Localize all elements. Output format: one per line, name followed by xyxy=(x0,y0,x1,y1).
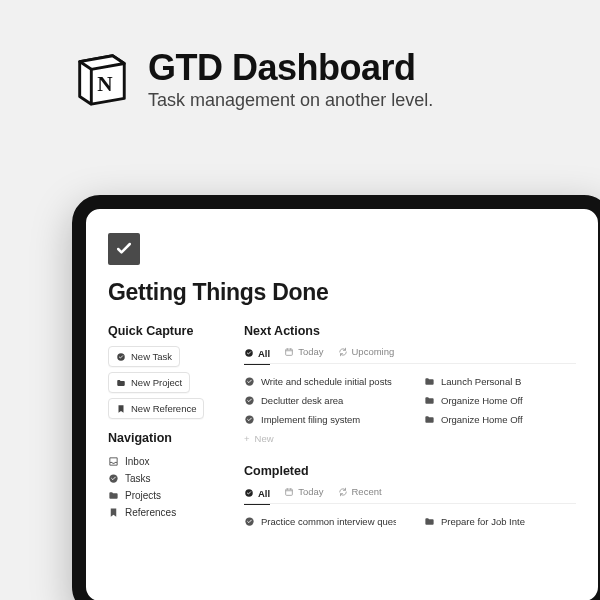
check-circle-icon xyxy=(244,348,254,358)
tab-label: Today xyxy=(298,486,323,497)
nav-label: Inbox xyxy=(125,456,149,467)
plus-icon: + xyxy=(244,433,250,444)
app-screen: Getting Things Done Quick Capture New Ta… xyxy=(86,209,598,531)
nav-item-references[interactable]: References xyxy=(108,504,218,521)
hero: N GTD Dashboard Task management on anoth… xyxy=(0,0,600,111)
refresh-icon xyxy=(338,347,348,357)
notion-logo-icon: N xyxy=(70,48,132,110)
check-circle-icon xyxy=(108,473,119,484)
check-circle-icon xyxy=(244,414,255,425)
completed-tab-all[interactable]: All xyxy=(244,486,270,505)
nav-label: Projects xyxy=(125,490,161,501)
task-label: Organize Home Off xyxy=(441,414,523,425)
next-actions-task-item[interactable]: Implement filing system xyxy=(244,410,396,429)
add-new-task[interactable]: + New xyxy=(244,429,576,448)
folder-icon xyxy=(424,395,435,406)
task-label: Declutter desk area xyxy=(261,395,343,406)
next-actions-task-item[interactable]: Organize Home Off xyxy=(424,410,576,429)
task-label: Organize Home Off xyxy=(441,395,523,406)
navigation-title: Navigation xyxy=(108,431,218,445)
hero-title: GTD Dashboard xyxy=(148,48,433,88)
next-actions-task-item[interactable]: Launch Personal B xyxy=(424,372,576,391)
inbox-icon xyxy=(108,456,119,467)
quick-capture-new-project[interactable]: New Project xyxy=(108,372,190,393)
folder-icon xyxy=(108,490,119,501)
calendar-icon xyxy=(284,347,294,357)
quick-capture-new-task[interactable]: New Task xyxy=(108,346,180,367)
next-actions-tab-all[interactable]: All xyxy=(244,346,270,365)
completed-tab-recent[interactable]: Recent xyxy=(338,486,382,500)
next-actions-task-item[interactable]: Declutter desk area xyxy=(244,391,396,410)
check-circle-icon xyxy=(244,395,255,406)
refresh-icon xyxy=(338,487,348,497)
task-label: Practice common interview questions xyxy=(261,516,396,527)
new-label: New xyxy=(255,433,274,444)
tab-label: Recent xyxy=(352,486,382,497)
tab-label: Upcoming xyxy=(352,346,395,357)
folder-icon xyxy=(424,414,435,425)
completed-task-item[interactable]: Practice common interview questions xyxy=(244,512,396,531)
next-actions-task-item[interactable]: Organize Home Off xyxy=(424,391,576,410)
task-label: Write and schedule initial posts xyxy=(261,376,392,387)
task-label: Implement filing system xyxy=(261,414,360,425)
folder-icon xyxy=(424,516,435,527)
nav-item-projects[interactable]: Projects xyxy=(108,487,218,504)
svg-rect-9 xyxy=(286,489,293,495)
next-actions-task-item[interactable]: Write and schedule initial posts xyxy=(244,372,396,391)
folder-icon xyxy=(116,378,126,388)
next-actions-tab-upcoming[interactable]: Upcoming xyxy=(338,346,395,360)
hero-subtitle: Task management on another level. xyxy=(148,90,433,111)
nav-label: Tasks xyxy=(125,473,151,484)
button-label: New Project xyxy=(131,377,182,388)
check-circle-icon xyxy=(116,352,126,362)
completed-tab-today[interactable]: Today xyxy=(284,486,323,500)
task-label: Prepare for Job Inte xyxy=(441,516,525,527)
tab-label: All xyxy=(258,488,270,499)
next-actions-title: Next Actions xyxy=(244,324,576,338)
tab-label: Today xyxy=(298,346,323,357)
bookmark-icon xyxy=(108,507,119,518)
completed-title: Completed xyxy=(244,464,576,478)
nav-item-tasks[interactable]: Tasks xyxy=(108,470,218,487)
calendar-icon xyxy=(284,487,294,497)
next-actions-tab-today[interactable]: Today xyxy=(284,346,323,360)
tablet-device: Getting Things Done Quick Capture New Ta… xyxy=(72,195,600,600)
page-title: Getting Things Done xyxy=(108,279,576,306)
button-label: New Reference xyxy=(131,403,196,414)
check-circle-icon xyxy=(244,488,254,498)
button-label: New Task xyxy=(131,351,172,362)
svg-text:N: N xyxy=(97,72,113,96)
svg-rect-4 xyxy=(286,349,293,355)
quick-capture-title: Quick Capture xyxy=(108,324,218,338)
folder-icon xyxy=(424,376,435,387)
page-icon-checkbox xyxy=(108,233,140,265)
nav-item-inbox[interactable]: Inbox xyxy=(108,453,218,470)
bookmark-icon xyxy=(116,404,126,414)
check-circle-icon xyxy=(244,376,255,387)
task-label: Launch Personal B xyxy=(441,376,521,387)
completed-task-item[interactable]: Prepare for Job Inte xyxy=(424,512,576,531)
tab-label: All xyxy=(258,348,270,359)
quick-capture-new-reference[interactable]: New Reference xyxy=(108,398,204,419)
check-circle-icon xyxy=(244,516,255,527)
nav-label: References xyxy=(125,507,176,518)
